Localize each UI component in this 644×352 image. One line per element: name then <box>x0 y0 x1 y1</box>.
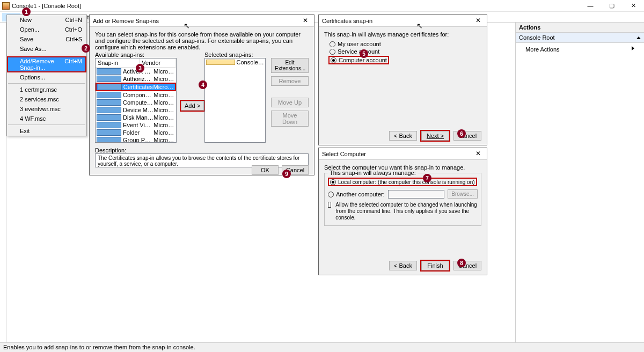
snapin-icon <box>97 137 121 143</box>
file-menu-item[interactable]: 4 WF.msc <box>7 114 86 123</box>
file-menu-item[interactable]: Add/Remove Snap-in...Ctrl+M <box>7 56 86 72</box>
file-menu-item[interactable]: Exit <box>7 126 86 136</box>
radio-local-computer[interactable]: Local computer: (the computer this conso… <box>328 178 477 186</box>
snapin-icon <box>97 76 121 82</box>
window-maximize-button[interactable]: ▢ <box>601 0 623 12</box>
add-button[interactable]: Add > <box>181 101 204 111</box>
radio-service[interactable]: Service account <box>330 48 481 55</box>
file-menu-item[interactable]: NewCtrl+N <box>7 15 86 25</box>
actions-root-label: Console Root <box>519 34 555 41</box>
snapin-icon <box>97 114 121 121</box>
cert-intro: This snap-in will always manage certific… <box>324 31 481 38</box>
dialog-intro: You can select snap-ins for this console… <box>95 31 309 50</box>
next-button[interactable]: Next > <box>421 131 449 141</box>
snapin-icon <box>97 129 121 136</box>
snapin-icon <box>98 84 122 90</box>
annotation-badge-9: 9 <box>282 170 291 178</box>
add-remove-snapins-dialog: Add or Remove Snap-ins ✕ You can select … <box>89 14 314 175</box>
ok-button[interactable]: OK <box>252 165 279 175</box>
snapin-row[interactable]: Event ViewerMicrosoft Cor... <box>96 121 176 129</box>
allow-change-label: Allow the selected computer to be change… <box>335 202 478 221</box>
move-down-button[interactable]: Move Down <box>271 111 309 127</box>
selected-label: Selected snap-ins: <box>204 52 266 58</box>
back-button[interactable]: < Back <box>389 131 417 141</box>
col-vendor: Vendor <box>140 58 176 67</box>
status-bar: Enables you to add snap-ins to or remove… <box>0 342 644 352</box>
snapin-row[interactable]: Disk ManagementMicrosoft and... <box>96 114 176 121</box>
cursor-icon: ↖ <box>184 21 190 30</box>
close-icon[interactable]: ✕ <box>298 16 313 26</box>
snapin-row[interactable]: FolderMicrosoft Cor... <box>96 129 176 136</box>
tree-pane <box>0 23 6 342</box>
snapin-row[interactable]: Group Policy Object ...Microsoft Cor... <box>96 136 176 143</box>
back-button[interactable]: < Back <box>389 261 417 270</box>
snapin-row[interactable]: Authorization ManagerMicrosoft Cor... <box>96 75 176 83</box>
snapin-icon <box>97 107 121 113</box>
chevron-right-icon <box>632 46 634 50</box>
allow-change-checkbox[interactable] <box>328 202 331 208</box>
finish-button[interactable]: Finish <box>421 261 449 270</box>
annotation-badge-6: 6 <box>457 129 466 138</box>
snapin-row[interactable]: Device ManagerMicrosoft Cor... <box>96 106 176 114</box>
snapin-icon <box>97 99 121 106</box>
actions-console-root[interactable]: Console Root <box>516 33 644 43</box>
snapin-icon <box>97 122 121 128</box>
window-minimize-button[interactable]: — <box>580 0 601 12</box>
annotation-badge-2: 2 <box>82 44 90 53</box>
selected-snapins-list[interactable]: Console Root <box>204 58 266 143</box>
radio-another-computer[interactable]: Another computer: <box>328 191 385 197</box>
annotation-badge-5: 5 <box>360 49 368 58</box>
annotation-badge-3: 3 <box>136 64 144 72</box>
snapin-icon <box>97 92 121 98</box>
annotation-badge-1: 1 <box>22 8 31 16</box>
frame-label: This snap-in will always manage: <box>328 170 418 176</box>
close-icon[interactable]: ✕ <box>471 149 486 159</box>
snapin-row[interactable]: CertificatesMicrosoft Cor... <box>96 83 176 91</box>
actions-pane: Actions Console Root More Actions <box>515 23 644 342</box>
select-computer-dialog: Select Computer ✕ Select the computer yo… <box>318 148 487 275</box>
dialog-title: Select Computer <box>322 151 366 157</box>
status-text: Enables you to add snap-ins to or remove… <box>3 344 195 350</box>
file-menu-item[interactable]: 1 certmgr.msc <box>7 85 86 94</box>
available-snapins-list[interactable]: Snap-in Vendor ActiveX ControlMicrosoft … <box>95 58 177 143</box>
file-menu-item[interactable]: Options... <box>7 72 86 82</box>
window-title: Console1 - [Console Root] <box>12 3 81 9</box>
dialog-title: Add or Remove Snap-ins <box>93 18 159 24</box>
snapin-icon <box>97 68 121 75</box>
radio-my-user[interactable]: My user account <box>330 41 481 47</box>
file-menu-item[interactable]: Save As... <box>7 44 86 54</box>
snapin-row[interactable]: Component ServicesMicrosoft Cor... <box>96 91 176 99</box>
file-menu-item[interactable]: Open...Ctrl+O <box>7 25 86 34</box>
folder-icon <box>206 60 235 65</box>
actions-more-label: More Actions <box>525 46 560 53</box>
another-computer-input[interactable] <box>388 190 445 199</box>
actions-header: Actions <box>516 23 644 33</box>
available-label: Available snap-ins: <box>95 52 177 58</box>
annotation-badge-7: 7 <box>423 174 431 182</box>
remove-button[interactable]: Remove <box>271 76 309 86</box>
dialog-title: Certificates snap-in <box>322 18 372 24</box>
browse-button[interactable]: Browse... <box>448 189 478 199</box>
mmc-icon <box>2 2 10 10</box>
collapse-icon <box>636 36 641 39</box>
move-up-button[interactable]: Move Up <box>271 98 309 107</box>
radio-computer[interactable]: Computer account <box>328 56 389 64</box>
cursor-icon: ↖ <box>416 21 423 30</box>
description-label: Description: <box>95 147 309 153</box>
window-titlebar: Console1 - [Console Root] — ▢ ✕ <box>0 0 644 12</box>
certificates-snapin-dialog: Certificates snap-in ✕ This snap-in will… <box>318 14 487 145</box>
actions-more[interactable]: More Actions <box>516 43 644 56</box>
col-snapin: Snap-in <box>96 58 140 67</box>
annotation-badge-8: 8 <box>457 259 466 267</box>
file-menu-item[interactable]: 2 services.msc <box>7 94 86 104</box>
edit-extensions-button[interactable]: Edit Extensions... <box>271 58 309 73</box>
annotation-badge-4: 4 <box>199 80 207 89</box>
file-menu-item[interactable]: 3 eventvwr.msc <box>7 104 86 114</box>
snapin-row[interactable]: Computer Managem...Microsoft Cor... <box>96 99 176 106</box>
selected-root: Console Root <box>237 59 265 65</box>
file-menu-dropdown: NewCtrl+NOpen...Ctrl+OSaveCtrl+SSave As.… <box>6 14 87 136</box>
close-icon[interactable]: ✕ <box>471 16 486 26</box>
window-close-button[interactable]: ✕ <box>623 0 644 12</box>
file-menu-item[interactable]: SaveCtrl+S <box>7 34 86 44</box>
